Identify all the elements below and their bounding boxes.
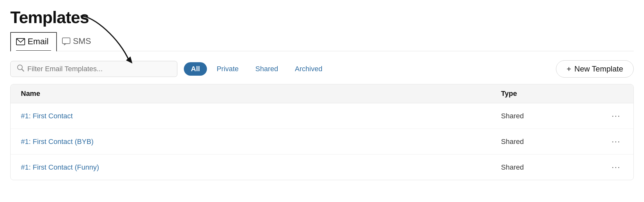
column-name-header: Name [21,89,501,98]
envelope-icon [16,38,25,45]
table-row: #1: First Contact (BYB) Shared ··· [11,129,633,155]
table-row: #1: First Contact (Funny) Shared ··· [11,155,633,180]
template-name-2[interactable]: #1: First Contact (BYB) [21,138,501,146]
new-template-label: New Template [574,64,623,73]
template-name-3[interactable]: #1: First Contact (Funny) [21,163,501,172]
plus-icon: + [567,64,571,73]
row-actions-1: ··· [597,110,623,122]
svg-line-4 [22,69,24,72]
filter-shared[interactable]: Shared [248,62,285,76]
row-menu-button-2[interactable]: ··· [609,135,623,148]
template-type-1: Shared [501,112,597,120]
filter-private[interactable]: Private [210,62,246,76]
row-menu-button-3[interactable]: ··· [609,161,623,173]
toolbar-left: All Private Shared Archived [10,61,329,77]
row-actions-3: ··· [597,161,623,173]
tab-email-label: Email [28,37,49,46]
search-box[interactable] [10,61,177,77]
svg-rect-1 [62,38,70,44]
new-template-button[interactable]: + New Template [556,60,634,78]
search-input[interactable] [27,65,171,73]
toolbar-row: All Private Shared Archived + New Templa… [10,51,634,84]
filter-all[interactable]: All [184,62,207,76]
tab-sms-label: SMS [73,36,91,46]
template-type-2: Shared [501,138,597,146]
filter-buttons: All Private Shared Archived [184,62,329,76]
search-icon [17,64,24,73]
filter-archived[interactable]: Archived [288,62,330,76]
table-row: #1: First Contact Shared ··· [11,103,633,129]
column-actions-header [597,89,623,98]
template-name-1[interactable]: #1: First Contact [21,112,501,120]
template-type-3: Shared [501,163,597,172]
column-type-header: Type [501,89,597,98]
tab-sms[interactable]: SMS [57,32,99,51]
row-menu-button-1[interactable]: ··· [609,110,623,122]
tabs-row: Email SMS [10,32,634,51]
page-title: Templates [10,8,634,27]
chat-icon [62,38,70,45]
table-header: Name Type [11,84,633,103]
row-actions-2: ··· [597,135,623,148]
templates-table: Name Type #1: First Contact Shared ··· #… [10,84,634,180]
tab-email[interactable]: Email [10,32,57,52]
